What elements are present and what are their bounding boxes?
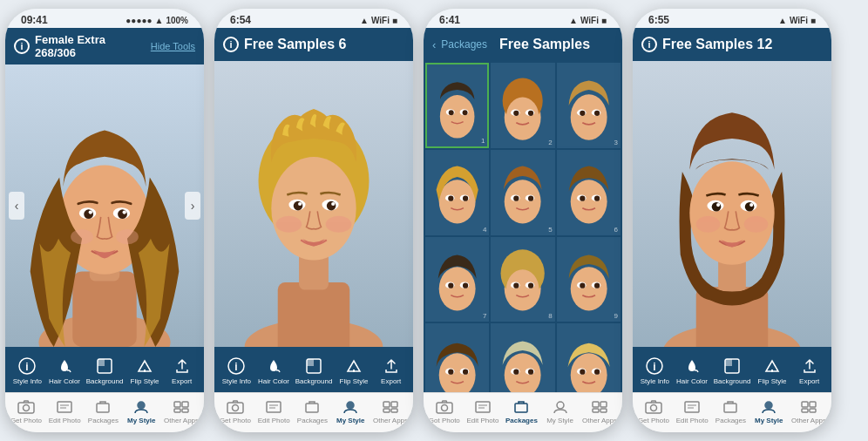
- edit-icon-2: [264, 399, 283, 415]
- nav-my-style-3[interactable]: My Style: [545, 399, 576, 424]
- hair-color-btn-4[interactable]: Hair Color: [676, 356, 708, 385]
- flip-style-btn-4[interactable]: Flip Style: [756, 356, 788, 385]
- nav-get-photo-4[interactable]: Get Photo: [638, 399, 669, 424]
- background-btn-4[interactable]: Background: [714, 356, 751, 385]
- style-info-btn-2[interactable]: i Style Info: [220, 356, 252, 385]
- svg-point-39: [327, 201, 336, 211]
- style-info-btn-1[interactable]: i Style Info: [11, 356, 43, 385]
- nav-packages-2[interactable]: Packages: [296, 399, 328, 424]
- style-info-label-4: Style Info: [641, 377, 669, 385]
- export-btn-2[interactable]: Export: [376, 356, 407, 385]
- hair-color-btn-2[interactable]: Hair Color: [258, 356, 289, 385]
- portrait-svg-2: [214, 61, 413, 347]
- other-apps-icon-4: [799, 399, 818, 415]
- hair-cell-12[interactable]: 12: [557, 323, 620, 392]
- style-info-btn-4[interactable]: i Style Info: [639, 356, 670, 385]
- hair-cell-8[interactable]: 8: [491, 237, 554, 322]
- hair-grid-container-3: 1 2: [424, 61, 622, 392]
- packages-label: Packages: [88, 417, 119, 424]
- bottom-nav-2: Get Photo Edit Photo Packages My Style O…: [214, 392, 413, 432]
- status-bar-1: 09:41 ●●●●● ▲ 100%: [5, 9, 204, 28]
- nav-edit-photo-2[interactable]: Edit Photo: [258, 399, 290, 424]
- nav-my-style-1[interactable]: My Style: [125, 399, 157, 424]
- nav-other-apps-3[interactable]: Other Apps: [582, 399, 617, 424]
- hair-cell-7[interactable]: 7: [425, 237, 489, 322]
- nav-edit-photo-4[interactable]: Edit Photo: [676, 399, 709, 424]
- info-icon-2[interactable]: i: [223, 37, 239, 52]
- hair-cell-1[interactable]: 1: [425, 63, 489, 148]
- svg-point-131: [528, 370, 533, 375]
- background-label-4: Background: [714, 377, 751, 385]
- nav-packages-4[interactable]: Packages: [715, 399, 746, 424]
- svg-point-99: [594, 195, 600, 200]
- back-arrow-3[interactable]: ‹: [432, 38, 436, 51]
- nav-get-photo-1[interactable]: Get Photo: [10, 399, 42, 424]
- nav-right-1[interactable]: ›: [185, 192, 200, 220]
- hair-cell-4[interactable]: 4: [425, 150, 489, 235]
- nav-my-style-4[interactable]: My Style: [753, 399, 784, 424]
- header-title-2: Free Samples 6: [244, 37, 404, 52]
- background-btn-1[interactable]: Background: [86, 356, 124, 385]
- nav-get-photo-2[interactable]: Get Photo: [220, 399, 251, 424]
- packages-label-3: Packages: [505, 417, 538, 424]
- back-label-3[interactable]: Packages: [441, 38, 487, 51]
- svg-rect-55: [306, 404, 318, 412]
- hair-cell-11[interactable]: 11: [491, 323, 554, 392]
- flip-style-btn-1[interactable]: Flip Style: [129, 356, 160, 385]
- hair-color-icon-2: [264, 356, 283, 376]
- export-btn-4[interactable]: Export: [794, 356, 825, 385]
- nav-my-style-2[interactable]: My Style: [335, 399, 366, 424]
- background-label-2: Background: [295, 377, 333, 385]
- camera-icon-2: [226, 399, 245, 415]
- svg-rect-164: [600, 402, 607, 407]
- export-icon: [173, 356, 192, 376]
- hair-cell-9[interactable]: 9: [557, 237, 620, 322]
- svg-point-103: [448, 282, 453, 288]
- svg-point-137: [594, 370, 600, 375]
- svg-rect-28: [174, 409, 180, 412]
- time-1: 09:41: [21, 14, 48, 26]
- svg-point-115: [570, 267, 607, 310]
- hair-cell-5[interactable]: 5: [491, 150, 554, 235]
- hair-cell-face-6: [557, 150, 620, 235]
- svg-point-43: [326, 216, 352, 233]
- my-style-icon-3: [551, 399, 570, 415]
- camera-icon-3: [435, 399, 454, 415]
- time-2: 6:54: [230, 14, 251, 26]
- hide-tools-btn[interactable]: Hide Tools: [151, 41, 195, 51]
- svg-rect-26: [174, 402, 180, 407]
- nav-left-1[interactable]: ‹: [9, 192, 24, 220]
- edit-icon-3: [473, 399, 492, 415]
- nav-other-apps-2[interactable]: Other Apps: [373, 399, 408, 424]
- background-icon-4: [722, 356, 742, 376]
- flip-style-btn-2[interactable]: Flip Style: [338, 356, 370, 385]
- packages-icon-3: [512, 399, 531, 415]
- nav-packages-1[interactable]: Packages: [87, 399, 119, 424]
- svg-rect-24: [97, 404, 109, 412]
- nav-got-photo-3[interactable]: Got Photo: [429, 399, 460, 424]
- svg-point-40: [298, 202, 302, 206]
- nav-other-apps-4[interactable]: Other Apps: [791, 399, 826, 424]
- nav-edit-photo-1[interactable]: Edit Photo: [49, 399, 81, 424]
- svg-point-71: [506, 97, 539, 137]
- export-btn-1[interactable]: Export: [166, 356, 198, 385]
- nav-other-apps-1[interactable]: Other Apps: [164, 399, 199, 424]
- svg-rect-196: [810, 409, 816, 412]
- hair-color-btn-1[interactable]: Hair Color: [49, 356, 80, 385]
- info-icon-4[interactable]: i: [641, 37, 657, 52]
- wifi-icon-2: WiFi: [371, 16, 390, 25]
- hair-cell-2[interactable]: 2: [491, 63, 554, 148]
- hair-cell-10[interactable]: 10: [425, 323, 489, 392]
- svg-point-135: [580, 370, 585, 375]
- nav-edit-photo-3[interactable]: Edit Photo: [466, 399, 498, 424]
- hair-cell-6[interactable]: 6: [557, 150, 620, 235]
- phone-3: 6:41 ▲ WiFi ■ ‹ Packages Free Samples: [424, 9, 622, 432]
- other-apps-label: Other Apps: [164, 417, 199, 424]
- header-title-1: Female Extra 268/306: [35, 33, 146, 59]
- nav-packages-3[interactable]: Packages: [505, 399, 538, 424]
- hair-cell-3[interactable]: 3: [557, 63, 620, 148]
- svg-point-162: [557, 402, 564, 409]
- background-btn-2[interactable]: Background: [295, 356, 333, 385]
- svg-point-87: [463, 195, 468, 200]
- info-icon-1[interactable]: i: [14, 38, 30, 54]
